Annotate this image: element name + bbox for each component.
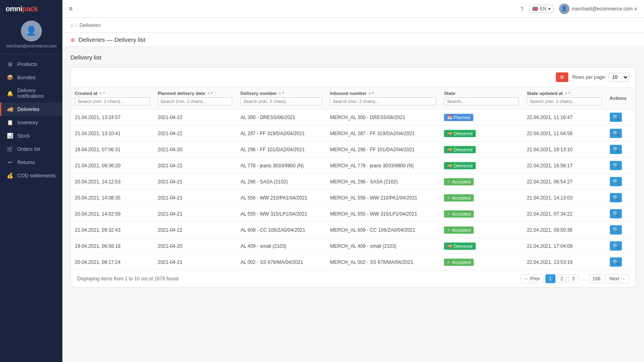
state-badge: ✓ Accepted	[444, 226, 474, 234]
cell-state-updated-at: 22.04.2021, 07:34:22	[523, 206, 606, 222]
rows-per-page-control: Rows per page: 102550100	[572, 73, 629, 82]
cell-state-updated-at: 21.04.2021, 16:13:10	[523, 142, 606, 158]
view-delivery-button[interactable]: 🔍	[610, 113, 622, 122]
table-row: 19.04.2021, 07:06:31 2021-04-20 AL 296 -…	[71, 142, 636, 158]
cell-state-updated-at: 22.04.2021, 08:50:36	[523, 222, 606, 238]
sort-state-updated-icon[interactable]: ▲▼	[564, 92, 571, 95]
breadcrumb-current: Deliveries	[80, 23, 101, 28]
cell-actions: 🔍	[606, 125, 636, 142]
cell-planned-date: 2021-04-22	[154, 158, 237, 174]
menu-toggle-icon[interactable]: ≡	[69, 5, 72, 12]
search-delivery-number[interactable]	[240, 97, 322, 105]
cell-planned-date: 2021-04-21	[154, 254, 237, 270]
state-badge: ✓ Accepted	[444, 194, 474, 202]
search-planned-date[interactable]	[158, 97, 233, 105]
sidebar-item-label-inventory: Inventory	[17, 120, 38, 125]
cell-delivery-number: AL 300 - DRESS/06/2021	[236, 109, 326, 125]
cell-planned-date: 2021-04-21	[154, 190, 237, 206]
help-icon[interactable]: ?	[520, 6, 524, 12]
view-delivery-button[interactable]: 🔍	[610, 129, 622, 138]
view-delivery-button[interactable]: 🔍	[610, 161, 622, 170]
state-badge-icon: 🚚	[447, 163, 452, 168]
sidebar-item-label-delivery-notifications: Delivery notifications	[17, 88, 57, 99]
col-planned-delivery-date: Planned delivery date ▲▼	[154, 87, 237, 109]
sidebar: omnipack 👤 merchant@ecommerce.com ⊞Produ…	[0, 0, 62, 362]
cell-state: 🚚 Delivered	[440, 125, 523, 142]
page-3-button[interactable]: 3	[568, 274, 578, 283]
table-body: 21.04.2021, 13:24:57 2021-04-22 AL 300 -…	[71, 109, 636, 270]
bundles-nav-icon: 📦	[7, 74, 13, 80]
view-delivery-button[interactable]: 🔍	[610, 145, 622, 154]
table-row: 21.04.2021, 09:36:20 2021-04-22 AL 778 -…	[71, 158, 636, 174]
state-badge: ✓ Accepted	[444, 259, 474, 266]
main-content: Delivery list ⚙ Rows per page: 102550100	[62, 47, 644, 362]
cell-state: 🚚 Delivered	[440, 142, 523, 158]
state-badge-icon: ✓	[447, 228, 450, 232]
cell-inbound-number: MERCH_AL 556 - WW 210/PA1/04/2021	[326, 190, 440, 206]
cell-inbound-number: MERCH_AL 778 - jeans 3033/9800 (N)	[326, 158, 440, 174]
cell-inbound-number: MERCH_AL 409 - small (2103)	[326, 238, 440, 254]
sort-created-at-icon[interactable]: ▲▼	[99, 92, 105, 95]
last-page-button[interactable]: 168	[589, 274, 604, 283]
view-delivery-button[interactable]: 🔍	[610, 257, 622, 267]
view-delivery-button[interactable]: 🔍	[610, 225, 622, 234]
language-selector[interactable]: 🇬🇧 EN ▾	[529, 5, 553, 13]
cell-state: 🚚 Delivered	[440, 158, 523, 174]
sidebar-item-deliveries[interactable]: 🚚Deliveries	[0, 103, 62, 116]
stock-nav-icon: 📊	[7, 133, 13, 139]
prev-page-button[interactable]: ← Prev	[520, 274, 544, 283]
cell-state-updated-at: 21.04.2021, 14:13:03	[523, 190, 606, 206]
cod-settlements-nav-icon: 💰	[7, 173, 13, 179]
state-badge-icon: 🚚	[447, 147, 452, 152]
state-badge-icon: ✓	[447, 212, 450, 216]
view-delivery-button[interactable]: 🔍	[610, 193, 622, 202]
sidebar-item-label-stock: Stock	[17, 133, 30, 139]
deliveries-table: Created at ▲▼ Planned delivery date ▲▼	[71, 87, 636, 270]
page-2-button[interactable]: 2	[557, 274, 567, 283]
view-delivery-button[interactable]: 🔍	[610, 241, 622, 251]
next-page-button[interactable]: Next →	[606, 274, 629, 283]
main-area: ≡ ? 🇬🇧 EN ▾ 👤 merchant@ecommerce.com ∨ ⌂…	[62, 0, 644, 362]
sidebar-item-returns[interactable]: ↩Returns	[0, 156, 62, 169]
table-row: 20.04.2021, 14:02:59 2021-04-21 AL 555 -…	[71, 206, 636, 222]
sort-inbound-number-icon[interactable]: ▲▼	[368, 92, 375, 95]
filter-button[interactable]: ⚙	[556, 72, 568, 82]
view-delivery-button[interactable]: 🔍	[610, 209, 622, 218]
cell-actions: 🔍	[606, 206, 636, 222]
state-badge-icon: ✓	[447, 195, 450, 200]
breadcrumb-separator: /	[76, 23, 77, 28]
cell-actions: 🔍	[606, 222, 636, 238]
table-row: 20.04.2021, 08:17:24 2021-04-21 AL 002 -…	[71, 254, 636, 270]
state-badge-icon: 🚚	[447, 131, 452, 136]
inventory-nav-icon: 📋	[7, 119, 13, 125]
col-inbound-number: Inbound number ▲▼	[326, 87, 440, 109]
page-header-bar: ⊕ Deliveries — Delivery list	[62, 33, 644, 47]
sidebar-item-inventory[interactable]: 📋Inventory	[0, 116, 62, 129]
search-state-updated-at[interactable]	[527, 97, 602, 105]
sidebar-item-stock[interactable]: 📊Stock	[0, 129, 62, 142]
sidebar-item-products[interactable]: ⊞Products	[0, 58, 62, 71]
col-state-updated-at: State updated at ▲▼	[523, 87, 606, 109]
cell-planned-date: 2021-04-22	[154, 109, 237, 125]
orders-list-nav-icon: 🛒	[7, 146, 13, 152]
sort-planned-date-icon[interactable]: ▲▼	[207, 92, 213, 95]
state-badge-label: Accepted	[452, 179, 471, 184]
breadcrumb-home[interactable]: ⌂	[70, 23, 73, 28]
state-badge-label: Accepted	[452, 195, 471, 200]
view-delivery-button[interactable]: 🔍	[610, 177, 622, 186]
deliveries-nav-icon: 🚚	[7, 106, 13, 112]
sidebar-item-cod-settlements[interactable]: 💰COD settlements	[0, 169, 62, 182]
cell-inbound-number: MERCH_AL 296 - SASA (2102)	[326, 174, 440, 190]
search-inbound-number[interactable]	[330, 97, 436, 105]
delivery-notifications-nav-icon: 🔔	[7, 90, 13, 97]
user-avatar: 👤	[559, 4, 570, 14]
sidebar-item-bundles[interactable]: 📦Bundles	[0, 71, 62, 84]
cell-state-updated-at: 22.04.2021, 11:04:58	[523, 125, 606, 142]
search-state[interactable]	[444, 97, 519, 105]
sort-delivery-number-icon[interactable]: ▲▼	[279, 92, 285, 95]
rows-per-page-select[interactable]: 102550100	[609, 73, 629, 82]
sidebar-item-delivery-notifications[interactable]: 🔔Delivery notifications	[0, 84, 62, 103]
search-created-at[interactable]	[75, 97, 150, 105]
page-1-button[interactable]: 1	[545, 274, 555, 283]
sidebar-item-orders-list[interactable]: 🛒Orders list	[0, 142, 62, 156]
